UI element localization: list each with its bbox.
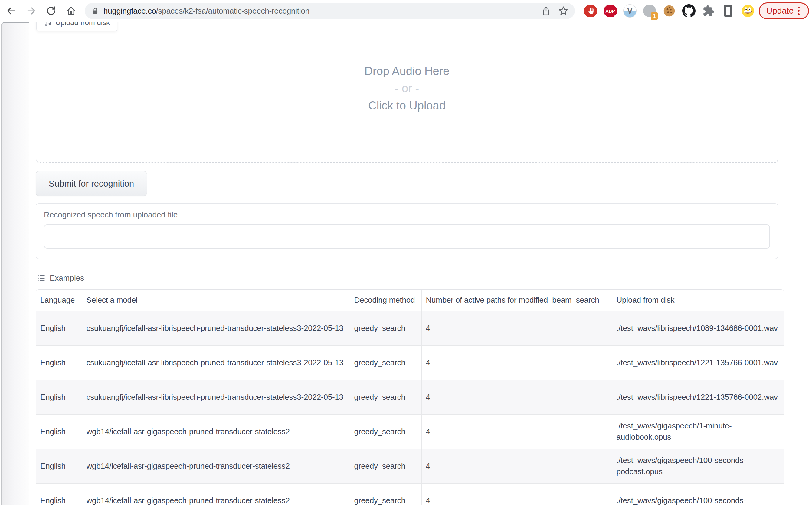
column-header-language: Language [36,290,82,311]
submit-for-recognition-button[interactable]: Submit for recognition [36,171,147,196]
extensions-row: ABP V 1 [584,4,755,18]
extension-badge: 1 [651,12,658,20]
example-row[interactable]: English csukuangfj/icefall-asr-librispee… [36,380,784,414]
examples-table: Language Select a model Decoding method … [36,289,784,505]
dropzone-separator: - or - [395,80,419,97]
abp-icon: ABP [603,4,617,18]
page-left-gutter [1,22,29,505]
column-header-decoding-method: Decoding method [350,290,421,311]
menu-dots-icon [798,7,800,15]
home-button[interactable] [65,5,78,17]
reload-button[interactable] [45,5,57,17]
cell-model[interactable]: csukuangfj/icefall-asr-librispeech-prune… [82,311,350,345]
cell-model[interactable]: wgb14/icefall-asr-gigaspeech-pruned-tran… [82,483,350,505]
share-icon [542,6,551,16]
cell-upload-from-disk[interactable]: ./test_wavs/librispeech/1221-135766-0001… [612,345,784,380]
cell-language[interactable]: English [36,345,82,380]
browser-toolbar: huggingface.co/spaces/k2-fsa/automatic-s… [0,0,812,22]
reload-icon [46,6,56,16]
cell-language[interactable]: English [36,311,82,345]
share-button[interactable] [542,6,551,16]
v-label: V [627,6,632,16]
column-header-num-active-paths: Number of active paths for modified_beam… [421,290,612,311]
cell-language[interactable]: English [36,380,82,414]
url-path: /spaces/k2-fsa/automatic-speech-recognit… [156,6,309,15]
lock-icon [91,7,99,15]
smiley-icon [741,4,755,18]
column-header-model: Select a model [82,290,350,311]
examples-header-row: Language Select a model Decoding method … [36,290,784,311]
example-row[interactable]: English wgb14/icefall-asr-gigaspeech-pru… [36,414,784,449]
cell-upload-from-disk[interactable]: ./test_wavs/librispeech/1221-135766-0002… [612,380,784,414]
forward-icon [26,6,36,16]
cell-decoding-method[interactable]: greedy_search [350,414,421,449]
github-extension-button[interactable] [682,4,695,18]
cell-num-active-paths[interactable]: 4 [421,311,612,345]
cell-num-active-paths[interactable]: 4 [421,380,612,414]
update-label: Update [766,6,794,16]
bookmark-button[interactable] [558,6,568,16]
puzzle-icon [702,5,714,17]
cell-model[interactable]: wgb14/icefall-asr-gigaspeech-pruned-tran… [82,414,350,449]
v-extension-button[interactable]: V [623,4,637,18]
extensions-menu-button[interactable] [702,4,715,18]
back-icon [6,6,16,16]
cell-decoding-method[interactable]: greedy_search [350,483,421,505]
frame-icon [724,5,732,17]
cell-upload-from-disk[interactable]: ./test_wavs/gigaspeech/100-seconds- [612,483,784,505]
cell-num-active-paths[interactable]: 4 [421,449,612,483]
home-icon [66,6,76,16]
cell-upload-from-disk[interactable]: ./test_wavs/librispeech/1089-134686-0001… [612,311,784,345]
v-icon: V [623,4,637,18]
sidebar-extension-button[interactable] [721,4,735,18]
star-icon [558,6,568,16]
smiley-extension-button[interactable] [741,4,755,18]
cell-language[interactable]: English [36,483,82,505]
cell-decoding-method[interactable]: greedy_search [350,311,421,345]
recognized-speech-label: Recognized speech from uploaded file [44,210,770,219]
chrome-update-button[interactable]: Update [759,2,809,19]
examples-list-icon [37,274,45,283]
cell-num-active-paths[interactable]: 4 [421,483,612,505]
github-icon [682,4,695,18]
abp-extension-button[interactable]: ABP [603,4,617,18]
cell-language[interactable]: English [36,414,82,449]
cookie-extension-button[interactable] [663,4,676,18]
examples-label: Examples [49,273,84,283]
cell-num-active-paths[interactable]: 4 [421,414,612,449]
url-text: huggingface.co/spaces/k2-fsa/automatic-s… [104,6,534,16]
cell-upload-from-disk[interactable]: ./test_wavs/gigaspeech/100-seconds-podca… [612,449,784,483]
audio-dropzone[interactable]: Drop Audio Here - or - Click to Upload [36,14,778,163]
notification-extension-button[interactable]: 1 [643,4,656,18]
recognized-speech-container: Recognized speech from uploaded file [36,203,778,259]
cookie-icon [663,4,676,18]
adblock-extension-button[interactable] [584,4,597,18]
cell-decoding-method[interactable]: greedy_search [350,449,421,483]
example-row[interactable]: English csukuangfj/icefall-asr-librispee… [36,311,784,345]
example-row[interactable]: English csukuangfj/icefall-asr-librispee… [36,345,784,380]
cell-language[interactable]: English [36,449,82,483]
cell-model[interactable]: csukuangfj/icefall-asr-librispeech-prune… [82,345,350,380]
cell-upload-from-disk[interactable]: ./test_wavs/gigaspeech/1-minute-audioboo… [612,414,784,449]
cell-model[interactable]: wgb14/icefall-asr-gigaspeech-pruned-tran… [82,449,350,483]
url-domain: huggingface.co [104,6,156,15]
column-header-upload-from-disk: Upload from disk [612,290,784,311]
abp-label: ABP [605,8,615,14]
cell-decoding-method[interactable]: greedy_search [350,345,421,380]
dropzone-subtitle: Click to Upload [368,97,446,114]
example-row[interactable]: English wgb14/icefall-asr-gigaspeech-pru… [36,449,784,483]
forward-button[interactable] [25,5,37,17]
cell-model[interactable]: csukuangfj/icefall-asr-librispeech-prune… [82,380,350,414]
address-bar[interactable]: huggingface.co/spaces/k2-fsa/automatic-s… [85,3,575,19]
cell-decoding-method[interactable]: greedy_search [350,380,421,414]
cell-num-active-paths[interactable]: 4 [421,345,612,380]
recognized-speech-output[interactable] [44,224,770,248]
back-button[interactable] [5,5,18,17]
adblock-hand-icon [584,4,597,18]
dropzone-title: Drop Audio Here [365,62,449,80]
example-row[interactable]: English wgb14/icefall-asr-gigaspeech-pru… [36,483,784,505]
examples-header: Examples [37,273,84,283]
